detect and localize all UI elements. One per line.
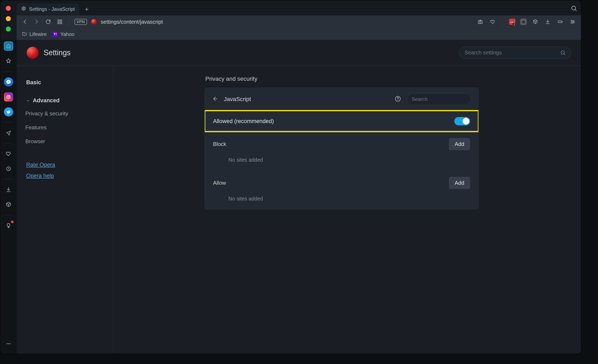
block-add-button[interactable]: Add	[449, 138, 470, 150]
sidebar-section-basic[interactable]: Basic	[25, 76, 105, 89]
toolbar: VPN settings/content/javascript •••2 ▣	[17, 15, 581, 28]
rail-heart-button[interactable]	[4, 149, 13, 158]
block-section-header: Block Add	[205, 132, 478, 152]
window-maximize-button[interactable]	[6, 27, 11, 32]
svg-point-7	[479, 21, 481, 23]
sidebar-link-help[interactable]: Opera help	[25, 171, 105, 182]
extensions-cube-button[interactable]	[532, 18, 539, 25]
settings-main: Privacy and security JavaScript Allowed …	[113, 65, 581, 354]
rail-messenger-button[interactable]	[4, 77, 13, 87]
address-bar-url[interactable]: settings/content/javascript	[101, 19, 163, 25]
settings-sidebar: Basic Advanced Privacy & security Featur…	[17, 65, 113, 354]
svg-rect-8	[558, 21, 562, 23]
allowed-label: Allowed (recommended)	[213, 118, 274, 124]
panel-title: JavaScript	[224, 96, 251, 103]
extension-badge: 2	[513, 22, 516, 26]
extension-lastpass[interactable]: •••2	[509, 19, 515, 25]
svg-rect-4	[58, 22, 59, 24]
tab-settings[interactable]: Settings - JavaScript	[17, 3, 79, 15]
bookmark-yahoo[interactable]: Y! Yahoo	[52, 31, 75, 37]
opera-icon	[91, 19, 97, 24]
rail-separator	[5, 71, 12, 72]
bookmarks-bar: Lifewire Y! Yahoo	[17, 28, 581, 40]
allowed-toggle-row[interactable]: Allowed (recommended)	[205, 111, 478, 132]
allow-add-button[interactable]: Add	[449, 177, 470, 189]
rail-history-button[interactable]	[4, 164, 13, 173]
svg-point-16	[7, 343, 8, 344]
browser-window: Settings - JavaScript + VPN settings/con…	[0, 0, 581, 354]
sidebar-link-rate[interactable]: Rate Opera	[25, 157, 105, 171]
svg-point-13	[8, 96, 9, 97]
rail-pinboard-button[interactable]	[4, 57, 13, 65]
toolbar-right: •••2 ▣	[477, 18, 576, 25]
heart-button[interactable]	[489, 18, 497, 25]
sidebar-section-label: Advanced	[33, 97, 60, 104]
nav-reload-button[interactable]	[44, 18, 52, 25]
window-minimize-button[interactable]	[6, 16, 11, 21]
panel-search[interactable]	[407, 93, 471, 105]
downloads-button[interactable]	[544, 18, 551, 25]
tab-search-button[interactable]	[571, 5, 577, 12]
vpn-badge[interactable]: VPN	[75, 19, 87, 25]
svg-rect-2	[58, 20, 59, 21]
rail-more-button[interactable]	[4, 339, 13, 348]
settings-search[interactable]	[459, 47, 571, 59]
notification-dot-icon	[11, 221, 14, 223]
gear-icon	[21, 6, 26, 12]
allow-section-header: Allow Add	[205, 170, 478, 191]
svg-point-0	[23, 8, 24, 9]
toolbar-separator	[69, 18, 69, 25]
folder-icon	[22, 31, 27, 37]
battery-button[interactable]	[556, 18, 564, 25]
svg-point-21	[398, 100, 398, 100]
panel-search-input[interactable]	[411, 96, 474, 102]
panel-header: JavaScript	[205, 88, 478, 111]
window-close-button[interactable]	[6, 6, 11, 11]
svg-point-17	[8, 343, 9, 344]
yahoo-icon: Y!	[52, 32, 58, 37]
settings-header: Settings	[17, 40, 581, 65]
settings-content: Settings Basic Advanced Privacy & securi…	[17, 40, 581, 354]
rail-separator	[5, 143, 12, 143]
bookmark-label: Lifewire	[29, 31, 47, 37]
opera-logo-icon	[27, 47, 39, 59]
sidebar-item-privacy[interactable]: Privacy & security	[25, 107, 105, 121]
section-title: Privacy and security	[205, 75, 581, 82]
tab-title: Settings - JavaScript	[29, 6, 75, 12]
rail-home-button[interactable]	[4, 41, 13, 51]
new-tab-button[interactable]: +	[85, 6, 89, 13]
svg-rect-3	[60, 20, 62, 21]
snapshot-button[interactable]	[477, 18, 484, 25]
speed-dial-button[interactable]	[56, 18, 64, 25]
toolbar-separator	[503, 18, 503, 25]
extension-grey[interactable]: ▣	[520, 19, 527, 25]
rail-extensions-button[interactable]	[4, 200, 13, 209]
sidebar-item-features[interactable]: Features	[25, 121, 105, 135]
nav-back-button[interactable]	[21, 18, 29, 25]
bookmark-folder-lifewire[interactable]: Lifewire	[22, 31, 47, 37]
easy-setup-button[interactable]	[569, 18, 576, 25]
block-label: Block	[213, 141, 226, 147]
block-empty-text: No sites added	[205, 152, 478, 170]
rail-instagram-button[interactable]	[4, 92, 13, 101]
sidebar-section-advanced[interactable]: Advanced	[25, 94, 105, 107]
allow-empty-text: No sites added	[205, 191, 478, 209]
search-icon	[560, 50, 566, 56]
help-button[interactable]	[395, 96, 401, 103]
rail-downloads-button[interactable]	[4, 185, 13, 194]
allowed-toggle[interactable]	[454, 117, 470, 125]
panel-back-button[interactable]	[212, 96, 218, 103]
window-controls	[6, 6, 11, 32]
rail-send-button[interactable]	[4, 128, 13, 138]
sidebar-item-browser[interactable]: Browser	[25, 135, 105, 148]
rail-news-button[interactable]	[4, 221, 13, 230]
rail-separator	[5, 122, 12, 122]
svg-point-18	[9, 343, 11, 344]
settings-search-input[interactable]	[464, 49, 557, 56]
rail-twitter-button[interactable]	[4, 107, 13, 116]
app-rail	[0, 40, 17, 354]
svg-rect-5	[60, 22, 62, 24]
svg-point-14	[9, 96, 10, 96]
nav-forward-button[interactable]	[33, 18, 40, 25]
tab-strip: Settings - JavaScript +	[17, 3, 569, 15]
